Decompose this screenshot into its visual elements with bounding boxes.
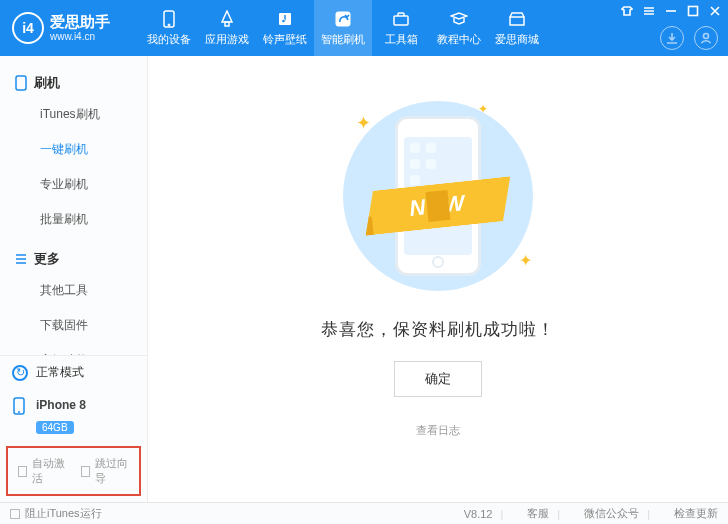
nav-ringtones[interactable]: 铃声壁纸 [256,0,314,56]
checkbox-label: 跳过向导 [95,456,129,486]
brand-subtitle: www.i4.cn [50,31,110,42]
sparkle-icon: ✦ [519,251,532,270]
phone-icon [159,9,179,29]
nav-my-device[interactable]: 我的设备 [140,0,198,56]
toolbox-icon [391,9,411,29]
device-mode-label: 正常模式 [36,364,84,381]
checkbox-label: 自动激活 [32,456,66,486]
nav-label: 智能刷机 [321,32,365,47]
nav-smart-flash[interactable]: 智能刷机 [314,0,372,56]
app-header: i4 爱思助手 www.i4.cn 我的设备 应用游戏 铃声壁纸 智能刷机 工具… [0,0,728,56]
sidebar-item-other-tools[interactable]: 其他工具 [40,273,147,308]
svg-point-9 [704,34,709,39]
sidebar-item-batch-flash[interactable]: 批量刷机 [40,202,147,237]
main-content: ✦ ✦ ✦ NEW 恭喜您，保资料刷机成功啦！ 确定 查看日志 [148,56,728,502]
nav-label: 工具箱 [385,32,418,47]
svg-point-1 [168,24,170,26]
sidebar-group-more[interactable]: 更多 [0,245,147,273]
sidebar-item-pro-flash[interactable]: 专业刷机 [40,167,147,202]
wechat-link[interactable]: 微信公众号 [584,506,639,521]
minimize-icon[interactable] [664,4,678,18]
skin-icon[interactable] [620,4,634,18]
svg-rect-2 [225,22,229,26]
user-icon[interactable] [694,26,718,50]
svg-point-4 [282,19,286,23]
sidebar-group-title: 刷机 [34,74,60,92]
checkbox-block-itunes[interactable]: 阻止iTunes运行 [10,506,102,521]
tutorial-icon [449,9,469,29]
option-checkboxes: 自动激活 跳过向导 [6,446,141,496]
nav-toolbox[interactable]: 工具箱 [372,0,430,56]
checkbox-skip-guide[interactable]: 跳过向导 [81,456,130,486]
menu-icon[interactable] [642,4,656,18]
maximize-icon[interactable] [686,4,700,18]
sidebar-item-one-click-flash[interactable]: 一键刷机 [40,132,147,167]
sidebar-group-flash[interactable]: 刷机 [0,69,147,97]
nav-label: 应用游戏 [205,32,249,47]
app-logo: i4 爱思助手 www.i4.cn [0,12,140,44]
check-update-link[interactable]: 检查更新 [674,506,718,521]
logo-badge: i4 [12,12,44,44]
support-link[interactable]: 客服 [527,506,549,521]
sparkle-icon: ✦ [478,102,488,116]
app-body: 刷机 iTunes刷机 一键刷机 专业刷机 批量刷机 更多 其他工具 下载固件 … [0,56,728,502]
device-name: iPhone 8 [36,398,86,412]
nav-tutorials[interactable]: 教程中心 [430,0,488,56]
flash-icon [333,9,353,29]
music-icon [275,9,295,29]
success-message: 恭喜您，保资料刷机成功啦！ [321,318,555,341]
header-right [660,26,718,50]
status-bar: 阻止iTunes运行 V8.12 | 客服 | 微信公众号 | 检查更新 [0,502,728,524]
close-icon[interactable] [708,4,722,18]
apps-icon [217,9,237,29]
device-row[interactable]: iPhone 8 64GB [0,389,147,442]
sparkle-icon: ✦ [356,112,371,134]
sidebar-item-download-firmware[interactable]: 下载固件 [40,308,147,343]
view-log-link[interactable]: 查看日志 [416,423,460,438]
sidebar-item-itunes-flash[interactable]: iTunes刷机 [40,97,147,132]
success-illustration: ✦ ✦ ✦ NEW [338,96,538,296]
refresh-icon: ↻ [12,365,28,381]
version-label: V8.12 [464,508,493,520]
nav-apps[interactable]: 应用游戏 [198,0,256,56]
device-icon [12,397,28,413]
sidebar-item-advanced[interactable]: 高级功能 [40,343,147,355]
sidebar: 刷机 iTunes刷机 一键刷机 专业刷机 批量刷机 更多 其他工具 下载固件 … [0,56,148,502]
device-storage-badge: 64GB [36,421,74,434]
phone-outline-icon [14,76,28,90]
checkbox-label: 阻止iTunes运行 [25,506,102,521]
window-controls [620,4,722,18]
nav-label: 铃声壁纸 [263,32,307,47]
svg-rect-10 [16,76,26,90]
svg-point-12 [18,411,20,413]
checkbox-auto-activate[interactable]: 自动激活 [18,456,67,486]
nav-store[interactable]: 爱思商城 [488,0,546,56]
svg-rect-7 [510,17,524,25]
svg-rect-8 [689,7,698,16]
store-icon [507,9,527,29]
device-mode[interactable]: ↻ 正常模式 [0,356,147,389]
menu-icon [14,252,28,266]
sidebar-group-title: 更多 [34,250,60,268]
ok-button[interactable]: 确定 [394,361,482,397]
download-icon[interactable] [660,26,684,50]
svg-rect-6 [394,16,408,25]
nav-label: 教程中心 [437,32,481,47]
nav-label: 我的设备 [147,32,191,47]
nav-label: 爱思商城 [495,32,539,47]
brand-name: 爱思助手 [50,14,110,31]
